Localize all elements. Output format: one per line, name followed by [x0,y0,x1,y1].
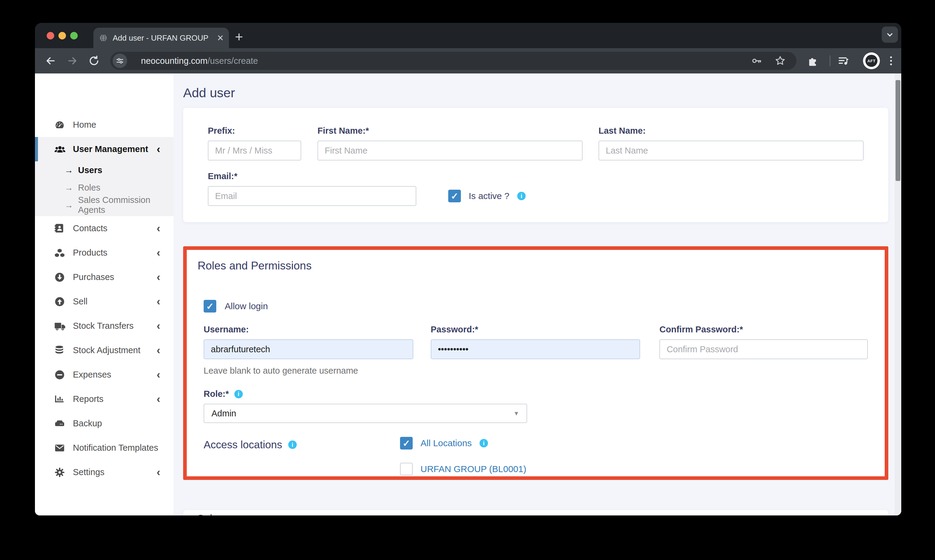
prefix-input[interactable] [208,141,301,160]
chevron-down-icon [885,29,895,40]
location-label: URFAN GROUP (BL0001) [421,464,526,474]
chevron-left-icon: ‹ [157,296,160,307]
back-button[interactable] [43,54,58,68]
reload-button[interactable] [87,54,101,68]
sidebar-item-purchases[interactable]: Purchases ‹ [35,265,174,289]
media-controls-button[interactable] [836,54,851,68]
roles-permissions-heading: Roles and Permissions [197,260,868,272]
scrollbar-track[interactable] [895,74,901,515]
bar-chart-icon [54,394,65,405]
sidebar-item-label: Notification Templates [73,443,158,453]
username-input[interactable] [203,339,413,359]
sidebar-item-home[interactable]: Home [35,112,174,137]
kebab-menu-icon [885,55,897,67]
sidebar-item-label: Contacts [73,223,107,233]
sidebar-item-settings[interactable]: Settings ‹ [35,460,174,485]
all-locations-checkbox[interactable]: ✓ [400,437,413,449]
prefix-label: Prefix: [208,126,301,136]
sidebar-item-user-management[interactable]: User Management ‹ [35,137,174,162]
tab-close-icon[interactable]: × [217,32,223,43]
extensions-button[interactable] [806,54,820,68]
sidebar-item-reports[interactable]: Reports ‹ [35,387,174,411]
sidebar-item-stock-adjustment[interactable]: Stock Adjustment ‹ [35,338,174,363]
tune-icon [116,56,125,65]
email-input[interactable] [208,186,416,206]
cubes-icon [54,248,65,258]
tab-search-button[interactable] [882,26,898,43]
chevron-left-icon: ‹ [157,345,160,356]
sidebar-item-contacts[interactable]: Contacts ‹ [35,216,174,240]
browser-tab[interactable]: Add user - URFAN GROUP × [93,28,229,48]
sidebar-item-stock-transfers[interactable]: Stock Transfers ‹ [35,314,174,338]
sidebar-subitem-sales-commission-agents[interactable]: → Sales Commission Agents [35,196,174,214]
sidebar-item-label: Purchases [73,272,114,282]
sidebar-subitem-users[interactable]: → Users [35,162,174,179]
sidebar-subitem-roles[interactable]: → Roles [35,179,174,196]
confirm-password-label: Confirm Password:* [659,325,868,334]
password-label: Password:* [431,325,641,334]
scrollbar-thumb[interactable] [895,80,900,181]
sidebar-group-user-management: User Management ‹ → Users → Roles → Sale… [35,137,174,216]
address-book-icon [54,223,65,234]
sidebar-item-label: Reports [73,394,104,404]
info-icon[interactable]: i [517,192,526,200]
chevron-left-icon: ‹ [157,144,160,155]
sidebar-item-products[interactable]: Products ‹ [35,240,174,265]
info-icon[interactable]: i [234,390,243,398]
site-settings-button[interactable] [112,54,127,68]
minimize-window-button[interactable] [59,32,66,40]
username-label: Username: [203,325,413,334]
sidebar-item-label: Stock Adjustment [73,345,140,355]
role-select[interactable]: Admin ▼ [203,404,527,423]
tab-strip: Add user - URFAN GROUP × + [35,23,901,48]
profile-avatar[interactable]: AFT [863,52,880,69]
site-favicon-icon [99,34,108,42]
last-name-label: Last Name: [599,126,864,136]
sidebar-item-label: Backup [73,418,102,428]
sidebar-item-label: Products [73,248,107,258]
location-checkbox[interactable] [400,463,413,475]
maximize-window-button[interactable] [70,32,78,40]
browser-window: Add user - URFAN GROUP × + neocounting.c… [35,23,901,515]
access-locations-heading: Access locations [203,438,282,451]
sidebar-item-label: Stock Transfers [73,321,134,331]
browser-menu-button[interactable] [884,54,898,68]
url-host: neocounting.com [141,56,208,66]
chevron-left-icon: ‹ [157,272,160,283]
address-bar[interactable]: neocounting.com/users/create [110,52,796,70]
sidebar-item-notification-templates[interactable]: Notification Templates [35,435,174,460]
forward-button[interactable] [65,54,80,68]
back-icon [45,55,57,67]
roles-permissions-card: Roles and Permissions ✓ Allow login User… [183,246,888,480]
sidebar-item-sell[interactable]: Sell ‹ [35,289,174,314]
info-icon[interactable]: i [288,440,297,449]
puzzle-icon [807,55,819,67]
chevron-left-icon: ‹ [157,369,160,380]
password-manager-button[interactable] [751,55,763,67]
is-active-checkbox[interactable]: ✓ [448,190,461,202]
chevron-left-icon: ‹ [157,394,160,405]
close-window-button[interactable] [47,32,54,40]
first-name-input[interactable] [317,141,582,160]
sidebar-subitem-label: Roles [78,183,100,193]
next-section-heading: Sales [197,512,872,515]
submenu-arrow-icon: → [65,183,73,193]
first-name-label: First Name:* [317,126,582,136]
info-icon[interactable]: i [479,439,488,448]
new-tab-button[interactable]: + [235,28,243,46]
sidebar-item-label: Expenses [73,370,111,380]
last-name-input[interactable] [599,141,864,160]
bookmark-button[interactable] [774,55,786,67]
submenu-arrow-icon: → [65,165,73,175]
check-icon: ✓ [402,438,410,449]
submenu-arrow-icon: → [65,200,73,210]
password-input[interactable] [431,339,641,359]
chevron-left-icon: ‹ [157,248,160,258]
envelope-icon [54,443,65,454]
screenshot-background: Add user - URFAN GROUP × + neocounting.c… [0,0,935,560]
sidebar-item-expenses[interactable]: Expenses ‹ [35,363,174,387]
confirm-password-input[interactable] [659,339,868,359]
allow-login-checkbox[interactable]: ✓ [203,300,216,312]
chevron-left-icon: ‹ [157,321,160,331]
sidebar-item-backup[interactable]: Backup [35,411,174,435]
